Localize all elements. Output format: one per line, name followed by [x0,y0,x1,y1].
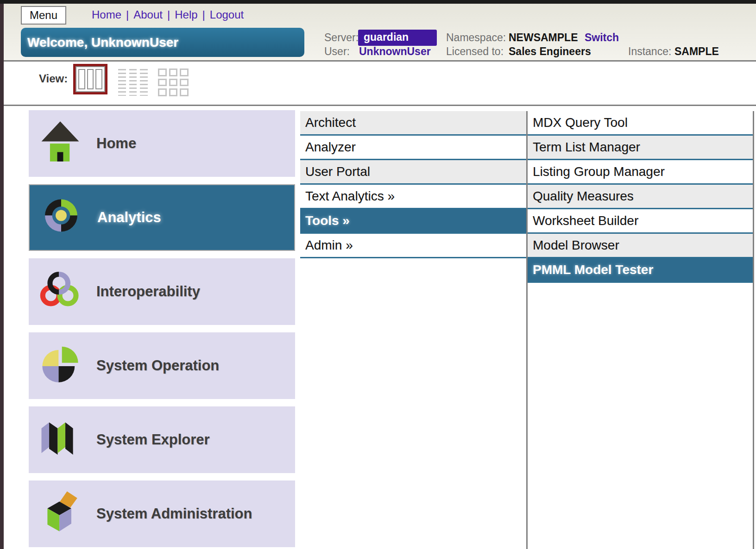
tools-item-term-list-manager[interactable]: Term List Manager [528,136,753,160]
top-black-bar [0,0,756,4]
nav-link-about[interactable]: About [133,8,163,21]
server-label: Server: [324,31,359,44]
view-label: View: [39,72,68,85]
nav-separator: | [202,8,205,21]
menu-item-label: Listing Group Manager [533,164,665,179]
server-value-badge: guardian [358,30,437,46]
menu-item-label: Term List Manager [533,140,640,155]
sidebar-item-system-operation[interactable]: System Operation [29,332,295,399]
interoperability-icon [39,267,82,316]
nav-link-help[interactable]: Help [175,8,197,21]
menu-item-label: PMML Model Tester [533,262,653,277]
user-label: User: [324,45,350,58]
menu-item-admin[interactable]: Admin » [300,234,526,258]
instance-value: SAMPLE [674,45,719,58]
menu-item-label: Model Browser [533,238,619,253]
menu-item-label: Text Analytics » [305,189,395,204]
menu-item-tools[interactable]: Tools » [300,209,526,234]
licensed-value: Sales Engineers [509,45,591,58]
sidebar-item-analytics[interactable]: Analytics [29,184,295,251]
sidebar-item-interoperability[interactable]: Interoperability [29,258,295,325]
header-divider-line [4,60,756,62]
tools-submenu: MDX Query ToolTerm List ManagerListing G… [528,111,753,283]
tools-item-worksheet-builder[interactable]: Worksheet Builder [528,209,753,234]
sidebar-item-label: System Operation [96,357,219,374]
menu-item-label: Analyzer [305,140,356,155]
view-option-list-view[interactable] [116,67,150,98]
view-option-columns-view[interactable] [73,64,107,94]
sidebar-item-system-explorer[interactable]: System Explorer [29,406,295,473]
right-border [753,111,754,549]
sidebar-item-label: System Administration [96,505,252,522]
menu-item-label: MDX Query Tool [533,115,628,130]
sidebar-item-label: Analytics [97,209,161,226]
sidebar-item-label: Interoperability [96,283,200,300]
menu-item-architect[interactable]: Architect [300,111,526,136]
grid-view-icon [158,69,189,96]
namespace-value: NEWSAMPLE [509,31,578,44]
menu-item-label: User Portal [305,164,370,179]
nav-link-home[interactable]: Home [92,8,121,21]
system-explorer-icon [39,415,82,464]
welcome-banner: Welcome, UnknownUser [21,28,304,57]
nav-separator: | [167,8,170,21]
menu-item-analyzer[interactable]: Analyzer [300,136,526,160]
view-option-grid-view[interactable] [156,66,191,99]
menu-item-label: Architect [305,115,356,130]
columns-view-icon [76,66,105,92]
menu-item-label: Quality Measures [533,189,634,204]
analytics-icon [40,193,82,242]
menu-item-label: Worksheet Builder [533,213,638,228]
system-operation-icon [39,341,82,390]
column-divider [526,111,528,549]
left-edge-strip [0,4,4,549]
namespace-label: Namespace: [446,31,506,44]
tools-item-model-browser[interactable]: Model Browser [528,234,753,258]
sidebar-item-label: Home [96,135,136,152]
viewbar-divider-line [4,105,756,106]
home-icon [39,119,82,168]
sidebar-item-label: System Explorer [96,431,210,448]
list-view-icon [118,69,148,96]
menu-item-label: Tools » [305,213,350,228]
tools-item-listing-group-manager[interactable]: Listing Group Manager [528,160,753,185]
instance-label: Instance: [628,45,671,58]
switch-namespace-link[interactable]: Switch [585,31,619,44]
tools-item-mdx-query-tool[interactable]: MDX Query Tool [528,111,753,136]
user-value: UnknownUser [359,45,431,58]
system-administration-icon [39,489,82,538]
menu-item-user-portal[interactable]: User Portal [300,160,526,185]
nav-link-logout[interactable]: Logout [210,8,244,21]
menu-item-text-analytics[interactable]: Text Analytics » [300,185,526,209]
tools-item-quality-measures[interactable]: Quality Measures [528,185,753,209]
sidebar-item-home[interactable]: Home [29,110,295,177]
sidebar-item-system-administration[interactable]: System Administration [29,480,295,547]
analytics-submenu: ArchitectAnalyzerUser PortalText Analyti… [300,111,526,258]
menu-item-label: Admin » [305,238,353,253]
welcome-text: Welcome, UnknownUser [27,35,178,50]
menu-button[interactable]: Menu [21,6,66,25]
nav-separator: | [126,8,129,21]
licensed-label: Licensed to: [446,45,504,58]
top-nav: Home|About|Help|Logout [92,8,244,21]
tools-item-pmml-model-tester[interactable]: PMML Model Tester [528,258,753,283]
